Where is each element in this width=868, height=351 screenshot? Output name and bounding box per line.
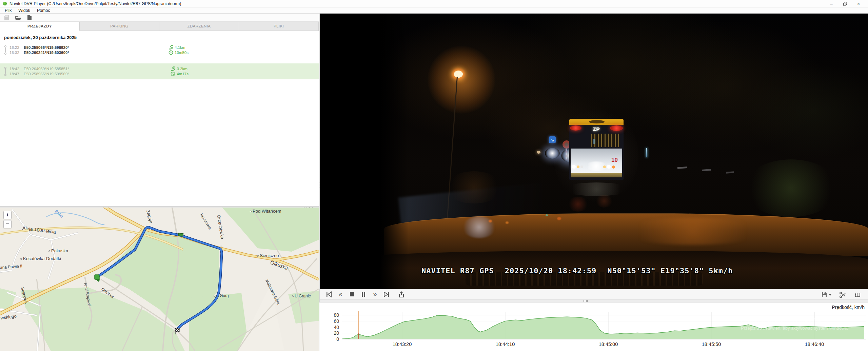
left-panel: PRZEJAZDYPARKINGZDARZENIAPLIKI poniedzia… <box>0 14 319 351</box>
bus-roof-hatch <box>589 120 605 123</box>
trip-route-marker-icon <box>3 66 7 77</box>
playback-controls: « » <box>320 289 868 300</box>
trip-end-coord: E50.258965°N19.599569° <box>24 72 69 76</box>
cut-clip-button[interactable] <box>837 290 848 299</box>
duration-icon <box>171 72 175 76</box>
open-folder-button[interactable] <box>14 14 22 21</box>
keep-right-sign: ↘ <box>549 136 556 143</box>
trip-distance: 4.1km <box>175 45 185 50</box>
road-reflection-red <box>595 195 613 208</box>
distance-icon <box>169 45 173 50</box>
open-file-button[interactable] <box>26 14 33 21</box>
trip-points: 18:42E50.264969°N19.585851°18:47E50.2589… <box>9 66 69 77</box>
roadside-bush <box>744 159 839 217</box>
menu-item-pomoc[interactable]: Pomoc <box>34 8 54 13</box>
rewind-icon: « <box>338 291 342 298</box>
stop-button[interactable] <box>346 290 358 299</box>
bus-lamp <box>612 165 615 169</box>
duration-icon <box>169 50 173 55</box>
restore-button[interactable] <box>838 0 852 7</box>
pause-button[interactable] <box>358 290 369 299</box>
chart-y-axis-title: Prędkość, km/h <box>832 305 865 310</box>
skip-end-button[interactable] <box>381 290 392 299</box>
route-map[interactable]: Aleja 1000-leciaPakuskaKocatówka-Dodatki… <box>0 208 319 351</box>
save-icon <box>821 292 827 298</box>
speed-chart[interactable]: 02040608018:43:2018:44:1018:45:0018:45:5… <box>319 303 868 351</box>
pause-icon <box>361 292 366 297</box>
trip-start-coord: E50.264969°N19.585851° <box>24 67 69 71</box>
tab-parking[interactable]: PARKING <box>80 22 159 31</box>
trip-stats: 3.2km4m17s <box>171 66 189 76</box>
sd-card-button[interactable] <box>3 14 10 21</box>
speed-chart-canvas: 02040608018:43:2018:44:1018:45:0018:45:5… <box>319 303 868 351</box>
bus-bottom-stripe <box>571 173 622 177</box>
svg-text:80: 80 <box>334 312 339 318</box>
svg-text:20: 20 <box>334 330 339 336</box>
map-zoom-in-button[interactable]: + <box>3 211 12 219</box>
street-lamp-head <box>454 71 463 78</box>
street-lamp-glow <box>428 46 495 114</box>
menubar: PlikWidokPomoc <box>0 8 868 14</box>
hood-dot-teal <box>546 214 548 216</box>
forward-button[interactable]: » <box>369 290 381 299</box>
rotate-icon <box>854 291 861 298</box>
skip-start-button[interactable] <box>323 290 335 299</box>
reflective-post <box>646 148 647 157</box>
video-letterbox <box>320 14 409 289</box>
caret-down-icon <box>829 294 832 296</box>
splitter-grip-dots <box>319 181 319 189</box>
tab-zdarzenia[interactable]: ZDARZENIA <box>159 22 239 31</box>
bus-lamp <box>607 165 611 169</box>
trip-stats: 4.1km10m50s <box>169 45 189 55</box>
svg-text:0: 0 <box>336 336 339 342</box>
trip-end-coord: E50.260241°N19.603600° <box>24 51 69 55</box>
svg-text:18:44:10: 18:44:10 <box>496 342 515 347</box>
tab-przejazdy[interactable]: PRZEJAZDY <box>0 22 80 31</box>
bus-lamp <box>580 165 583 168</box>
forward-icon: » <box>373 291 377 298</box>
trip-end-time: 18:47 <box>9 72 21 76</box>
bus: ZP 10 <box>569 119 624 180</box>
minimize-button[interactable]: – <box>825 0 838 7</box>
rotate-view-button[interactable] <box>852 290 863 299</box>
rewind-button[interactable]: « <box>335 290 346 299</box>
trip-duration: 10m50s <box>175 51 189 55</box>
menu-item-widok[interactable]: Widok <box>15 8 34 13</box>
distance-icon <box>171 66 175 72</box>
scissors-icon <box>839 291 846 298</box>
toolbar <box>0 14 319 22</box>
skip-end-icon <box>383 291 390 297</box>
svg-text:18:46:40: 18:46:40 <box>805 342 824 347</box>
overlay-device: NAVITEL R87 GPS <box>421 267 494 275</box>
svg-text:18:45:00: 18:45:00 <box>599 342 618 347</box>
trip-start-time: 18:42 <box>9 67 21 71</box>
open-folder-icon <box>15 15 21 20</box>
skip-start-icon <box>326 291 332 297</box>
road-reflection-red <box>567 197 589 212</box>
svg-text:18:43:20: 18:43:20 <box>393 342 412 347</box>
trip-row[interactable]: 18:42E50.264969°N19.585851°18:47E50.2589… <box>0 63 319 79</box>
close-button[interactable]: × <box>852 0 865 7</box>
dvr-overlay-text: NAVITEL R87 GPS 2025/10/20 18:42:59 N50°… <box>421 267 733 275</box>
svg-text:40: 40 <box>334 325 339 330</box>
export-button[interactable] <box>396 290 407 299</box>
overlay-datetime: 2025/10/20 18:42:59 <box>505 267 597 275</box>
map-canvas <box>0 208 319 351</box>
hood-dot <box>506 221 509 224</box>
trip-row[interactable]: 16:22E50.258066°N19.598920°16:32E50.2602… <box>0 42 319 58</box>
tab-pliki[interactable]: PLIKI <box>239 22 319 31</box>
menu-item-plik[interactable]: Plik <box>1 8 15 13</box>
hood-dot <box>489 220 492 222</box>
road-reflection <box>563 182 630 196</box>
distant-light <box>537 151 540 154</box>
map-zoom-out-button[interactable]: − <box>3 220 12 228</box>
svg-text:60: 60 <box>334 318 339 324</box>
save-options-caret[interactable] <box>827 290 833 299</box>
route-mid-marker <box>178 233 183 236</box>
bus-window-detail <box>593 139 595 144</box>
file-icon <box>27 15 32 20</box>
hood-dot <box>557 217 561 220</box>
video-canvas[interactable]: ↘ ZP 10 <box>320 14 868 289</box>
sd-card-icon <box>4 15 9 21</box>
timeline-splitter-handle[interactable] <box>320 300 868 303</box>
